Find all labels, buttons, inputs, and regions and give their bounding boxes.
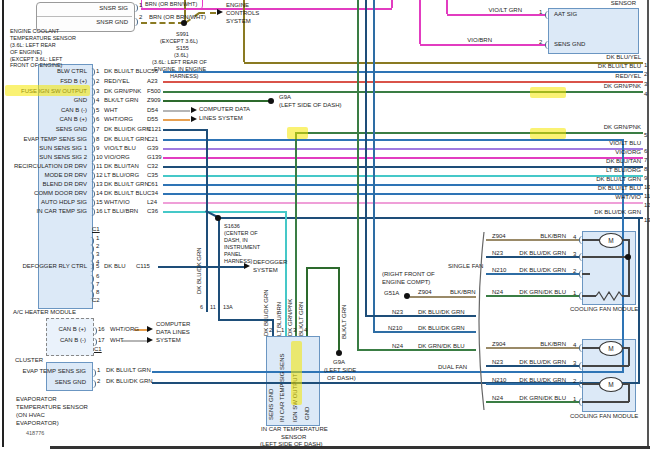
fan-pin-bracket (579, 380, 584, 388)
c2-pin: 3 (96, 251, 99, 258)
module-wire: DK BLU/LT GRN (104, 181, 149, 188)
module-signal: BLEND DR DRV (42, 181, 87, 188)
wire-h (163, 211, 287, 213)
cooling-fan-caption: COOLING FAN MODULE (570, 306, 638, 313)
module-pin-bracket (90, 107, 95, 115)
module-wire: LT BLU/ORG (104, 172, 139, 179)
edge-pin: 13 (644, 217, 650, 224)
evap-pin-bracket (91, 369, 96, 377)
g9a-ground-dot2 (336, 350, 342, 356)
sensor-pin-name: SENS GND (268, 344, 275, 420)
module-circuit: G139 (147, 154, 162, 161)
connector-c1: C1 (92, 226, 100, 233)
engine-controls-arrow-icon (217, 9, 223, 15)
wire-h (163, 184, 643, 186)
fan-wire-name: DK BLU/DK GRN (519, 267, 566, 274)
evap-caption: EVAPORATOR (16, 396, 57, 403)
fan-pin: 4 (573, 342, 576, 349)
fan-wire-name: DK GRN/DK BLU (519, 395, 566, 402)
module-pin: 15 (96, 199, 103, 206)
edge-pin: 8 (644, 166, 647, 173)
module-circuit: C56 (147, 68, 158, 75)
edge-wire-label: DK BLU/YEL (606, 54, 641, 61)
cluster-wire: WHT (110, 337, 124, 344)
evap-signal: EVAP TEMP SENS SIG (22, 368, 86, 375)
module-wire: DK BLU/LT BLU (104, 190, 147, 197)
sensor-pin-name: IN CAR TEMP SIG SENS (279, 340, 286, 422)
edge-pin: 9 (644, 175, 647, 182)
edge-wire-label: VIO/ORG (615, 149, 641, 156)
fan-pin-bracket (579, 236, 584, 244)
c2-pin-bracket (89, 253, 94, 261)
module-pin-bracket (90, 199, 95, 207)
evap-pin-bracket (91, 380, 96, 388)
fan-pin-bracket (579, 253, 584, 261)
c2-pin: 7 (96, 281, 99, 288)
feeder-wire: DK BLU/DK GRN (418, 309, 465, 316)
evap-wire: DK BLU/LT GRN (106, 367, 151, 374)
dual-fan-label: DUAL FAN (438, 364, 467, 371)
fan-motor-icon: M (599, 233, 623, 248)
vertical-wire-label: DK BLU/DK GRN (196, 238, 203, 294)
c2-pin: 8 (96, 289, 99, 296)
edge-wire-label: RED/YEL (615, 73, 641, 80)
module-pin-bracket (90, 190, 95, 198)
aat-wire2-label: VIO/BRN (467, 37, 492, 44)
sensor-pin-name: GND (304, 344, 311, 420)
module-pin: 6 (96, 116, 99, 123)
feeder-code: N23 (392, 309, 403, 316)
ect-pin2-label: SNSR GND (96, 19, 128, 26)
wire-h (163, 100, 271, 102)
ect-signal-wire-riser (391, 0, 393, 8)
module-circuit: C32 (147, 163, 158, 170)
fan-pin: 2 (573, 268, 576, 275)
splice-s991-note: (3.6L: LEFT REAR OF (152, 59, 207, 65)
wire-h (410, 296, 476, 298)
module-pin-bracket (90, 208, 95, 216)
module-pin: 5 (96, 107, 99, 114)
s1636-note: S1636 (224, 223, 240, 229)
module-circuit: G39 (147, 145, 158, 152)
fan-internal-wire (628, 239, 630, 297)
module-signal: BLW CTRL (57, 68, 87, 75)
highlight-wire5 (530, 128, 566, 139)
edge-pin: 2 (644, 71, 647, 78)
module-signal: SUN SENS SIG 1 (39, 145, 87, 152)
highlight-corner (287, 127, 308, 139)
fan-wire-code: N24 (492, 395, 503, 402)
fan-pin-bracket (579, 292, 584, 300)
edge-wire-label: DK BLU/LT BLU (598, 63, 641, 70)
aat-wire1-riser (446, 0, 448, 14)
module-pin: 1 (96, 68, 99, 75)
connector-c2: C2 (92, 297, 100, 304)
ect-caption: ENGINE COOLANT (10, 28, 59, 34)
evap-caption: (ON HVAC (16, 412, 45, 419)
wire-h (163, 139, 624, 141)
wire-h (244, 62, 643, 64)
in-car-sensor-caption: SENSOR (281, 434, 306, 441)
feeder-code: N24 (392, 343, 403, 350)
fan-internal-wire (582, 239, 600, 241)
module-signal: AUTO HDLP SIG (41, 199, 87, 206)
module-wire: DK BLU/LT BLU (104, 68, 147, 75)
aat-pin1-bracket (545, 11, 550, 19)
fan-internal-wire (628, 383, 630, 402)
wire-v (306, 268, 308, 336)
wire-h (163, 119, 190, 121)
g9a-ground-label: G9A (279, 94, 291, 101)
g9a2-loc: OF DASH) (327, 375, 356, 382)
in-car-sensor-caption: IN CAR TEMPERATURE (261, 426, 328, 433)
module-pin: 14 (96, 190, 103, 197)
fan-wire-name: BLK/BRN (540, 341, 566, 348)
engine-controls-dest: SYSTEM (226, 18, 251, 25)
sensor-pin: 3 (293, 327, 296, 334)
cluster-pin-bracket (92, 327, 97, 335)
fan-junction-dot (625, 254, 631, 260)
module-pin-bracket (90, 136, 95, 144)
module-circuit: C36 (147, 208, 158, 215)
fan-motor-icon: M (599, 377, 623, 392)
fan-wire-name: DK BLU/DK GRN (519, 359, 566, 366)
evap-pin: 1 (97, 367, 100, 374)
cooling-fan-caption: COOLING FAN MODULE (570, 413, 638, 420)
module-wire: DK GRN/PNK (104, 88, 141, 95)
